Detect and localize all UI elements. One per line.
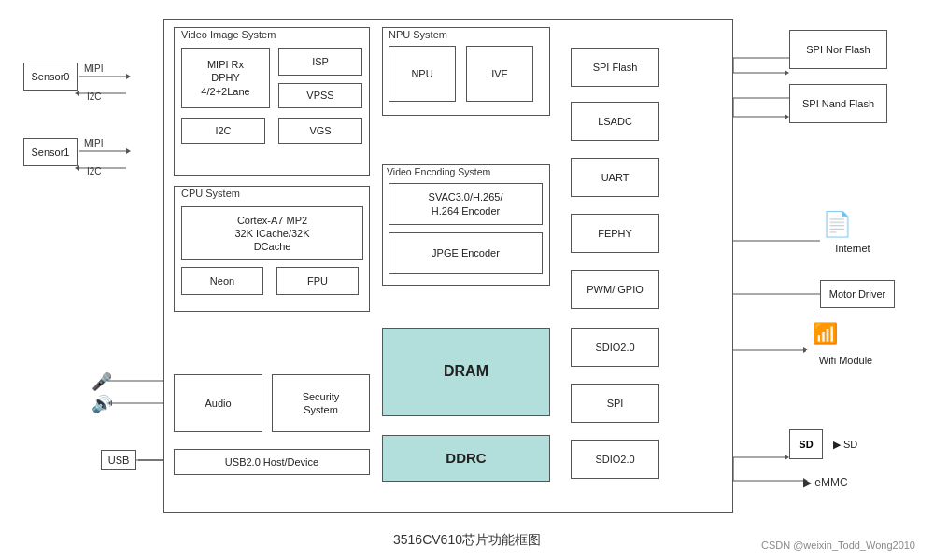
spi-flash-box: SPI Flash (571, 48, 659, 87)
speaker-icon: 🔊 (92, 394, 112, 414)
sensor0-box: Sensor0 (23, 63, 78, 91)
fephy-label: FEPHY (598, 227, 632, 240)
video-i2c-label: I2C (215, 124, 231, 137)
neon-box: Neon (181, 267, 263, 295)
internet-icon: 📄 (822, 210, 852, 239)
mic-icon: 🎤 (92, 371, 112, 392)
uart-label: UART (601, 171, 630, 184)
svac-label: SVAC3.0/H.265/H.264 Encoder (429, 190, 503, 217)
sdio2-box: SDIO2.0 (571, 440, 659, 479)
vpss-label: VPSS (306, 89, 333, 102)
spi-box: SPI (571, 384, 659, 423)
npu-label: NPU (411, 67, 432, 80)
usb-box: USB (101, 450, 136, 470)
npu-box: NPU (389, 46, 456, 102)
i2c1-label: I2C (87, 91, 102, 102)
spi-flash-label: SPI Flash (593, 61, 638, 74)
sensor1-label: Sensor1 (32, 146, 70, 159)
video-i2c-box: I2C (181, 118, 265, 144)
sd-label-box: ▶ SD (827, 434, 864, 455)
usb-label: USB (108, 454, 130, 467)
spi-label: SPI (607, 397, 624, 410)
sdio1-box: SDIO2.0 (571, 328, 659, 367)
wifi-icon: 📶 (813, 322, 838, 346)
usb-host-label: USB2.0 Host/Device (225, 455, 318, 469)
main-chip-box: Video Image System MIPI RxDPHY4/2+2Lane … (163, 19, 733, 513)
emmc-label-area: ▶ eMMC (803, 476, 848, 489)
mipi-rx-box: MIPI RxDPHY4/2+2Lane (181, 48, 270, 108)
isp-box: ISP (278, 48, 362, 76)
mipi1-label: MIPI (84, 63, 104, 74)
svg-marker-1 (126, 74, 131, 79)
svg-marker-19 (785, 70, 789, 76)
jpge-box: JPGE Encoder (389, 232, 543, 274)
footer-subtitle: CSDN @weixin_Todd_Wong2010 (761, 539, 915, 551)
sdio1-label: SDIO2.0 (595, 341, 634, 354)
cpu-title: CPU System (181, 188, 240, 199)
ddrc-box: DDRC (382, 435, 550, 482)
pwm-gpio-box: PWM/ GPIO (571, 270, 659, 309)
spi-nand-flash-label: SPI Nand Flash (802, 97, 874, 110)
fephy-box: FEPHY (571, 214, 659, 253)
dram-label: DRAM (444, 362, 488, 382)
spi-nand-flash-box: SPI Nand Flash (789, 84, 887, 123)
vgs-label: VGS (309, 124, 331, 137)
cortex-box: Cortex-A7 MP232K ICache/32KDCache (181, 206, 363, 260)
uart-box: UART (571, 158, 659, 197)
svg-marker-5 (126, 148, 131, 154)
audio-label: Audio (205, 397, 231, 410)
sensor1-box: Sensor1 (23, 138, 78, 166)
security-box: SecuritySystem (272, 374, 370, 432)
internet-label-box: Internet (820, 238, 885, 259)
usb-host-box: USB2.0 Host/Device (174, 449, 370, 475)
sd-icon: SD (789, 429, 823, 459)
emmc-label: eMMC (814, 476, 847, 489)
pwm-gpio-label: PWM/ GPIO (587, 283, 644, 296)
vgs-box: VGS (278, 118, 362, 144)
audio-box: Audio (174, 374, 262, 432)
motor-driver-box: Motor Driver (820, 280, 895, 308)
npu-title: NPU System (389, 29, 447, 40)
cortex-label: Cortex-A7 MP232K ICache/32KDCache (234, 214, 309, 254)
wifi-label-box: Wifi Module (806, 350, 885, 371)
sensor0-label: Sensor0 (32, 70, 70, 83)
diagram-container: Sensor0 Sensor1 MIPI I2C MIPI I2C 🎤 🔊 US… (0, 0, 934, 560)
svac-box: SVAC3.0/H.265/H.264 Encoder (389, 183, 543, 225)
ddrc-label: DDRC (446, 449, 486, 468)
lsadc-label: LSADC (598, 115, 632, 128)
jpge-label: JPGE Encoder (432, 246, 500, 259)
ive-label: IVE (491, 67, 508, 80)
video-encoding-title: Video Encoding System (387, 166, 490, 177)
video-image-title: Video Image System (181, 29, 276, 40)
lsadc-box: LSADC (571, 102, 659, 141)
mipi2-label: MIPI (84, 138, 104, 148)
wifi-label: Wifi Module (819, 354, 872, 367)
fpu-box: FPU (276, 267, 359, 295)
motor-driver-label: Motor Driver (829, 287, 886, 301)
sdio2-label: SDIO2.0 (595, 453, 634, 466)
svg-marker-3 (75, 91, 79, 96)
neon-label: Neon (210, 274, 234, 287)
internet-label: Internet (835, 242, 870, 255)
dram-box: DRAM (382, 328, 550, 416)
fpu-label: FPU (307, 274, 328, 287)
security-label: SecuritySystem (303, 390, 340, 417)
ive-box: IVE (466, 46, 533, 102)
mipi-rx-label: MIPI RxDPHY4/2+2Lane (201, 58, 249, 98)
isp-label: ISP (312, 55, 329, 68)
spi-nor-flash-box: SPI Nor Flash (789, 30, 887, 69)
spi-nor-flash-label: SPI Nor Flash (806, 43, 870, 56)
i2c2-label: I2C (87, 166, 102, 176)
vpss-box: VPSS (278, 83, 362, 108)
sd-label: ▶ SD (833, 438, 857, 451)
